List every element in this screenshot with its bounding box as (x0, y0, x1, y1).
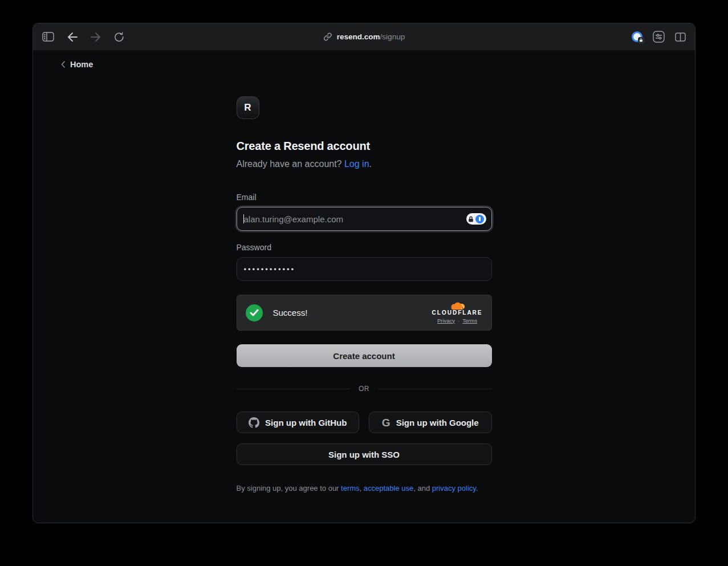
sidebar-toggle-icon[interactable] (42, 32, 54, 42)
lock-icon (468, 216, 474, 222)
link-icon (323, 32, 332, 41)
login-link[interactable]: Log in (344, 159, 369, 169)
browser-window: resend.com/signup (32, 23, 696, 523)
onepassword-icon (475, 215, 484, 223)
onepassword-extension-icon[interactable] (632, 31, 642, 42)
or-label: OR (359, 385, 369, 393)
split-view-icon[interactable] (675, 32, 686, 42)
password-label: Password (237, 243, 492, 252)
google-icon: G (382, 417, 391, 428)
text-caret (243, 214, 245, 223)
cloudflare-turnstile-widget: Success! CLOUDFLARE Privacy · Terms (237, 295, 492, 331)
legal-note: By signing up, you agree to our terms, a… (237, 484, 492, 492)
logo-letter: R (244, 102, 251, 113)
cloudflare-terms-link[interactable]: Terms (462, 317, 477, 324)
google-button-label: Sign up with Google (396, 418, 479, 427)
success-check-icon (246, 304, 263, 321)
terms-link[interactable]: terms (341, 484, 360, 492)
github-icon (249, 417, 259, 428)
signup-github-button[interactable]: Sign up with GitHub (237, 412, 360, 433)
turnstile-status: Success! (273, 308, 308, 317)
cloudflare-brand: CLOUDFLARE Privacy · Terms (432, 302, 483, 324)
email-label: Email (237, 193, 492, 202)
sso-button-label: Sign up with SSO (328, 450, 400, 459)
page-content: Home R Create a Resend account Already h… (33, 51, 695, 523)
login-prompt-text: Already have an account? (237, 159, 344, 169)
privacy-policy-link[interactable]: privacy policy (432, 484, 476, 492)
browser-toolbar: resend.com/signup (33, 23, 695, 51)
url-host: resend.com (337, 32, 380, 41)
resend-logo: R (237, 96, 259, 119)
url-text: resend.com/signup (337, 32, 405, 41)
page-settings-icon[interactable] (653, 31, 665, 43)
create-account-button[interactable]: Create account (237, 344, 492, 367)
home-link-label: Home (70, 60, 93, 69)
password-field[interactable] (237, 257, 492, 281)
url-path: /signup (380, 32, 405, 41)
acceptable-use-link[interactable]: acceptable use (364, 484, 413, 492)
reload-icon[interactable] (114, 31, 124, 42)
home-back-link[interactable]: Home (61, 60, 93, 69)
back-icon[interactable] (67, 32, 78, 42)
login-prompt: Already have an account? Log in. (237, 159, 492, 169)
email-field[interactable] (237, 207, 492, 231)
forward-icon[interactable] (91, 32, 101, 42)
address-bar[interactable]: resend.com/signup (323, 23, 405, 50)
github-button-label: Sign up with GitHub (265, 418, 347, 427)
cloudflare-wordmark: CLOUDFLARE (432, 310, 483, 316)
chevron-left-icon (61, 61, 65, 68)
onepassword-fill-button[interactable] (466, 213, 486, 225)
signup-google-button[interactable]: G Sign up with Google (369, 412, 492, 433)
or-divider: OR (237, 385, 492, 393)
cloudflare-privacy-link[interactable]: Privacy (437, 317, 455, 324)
signup-sso-button[interactable]: Sign up with SSO (237, 443, 492, 465)
lock-badge-icon (638, 37, 644, 43)
page-title: Create a Resend account (237, 140, 492, 153)
